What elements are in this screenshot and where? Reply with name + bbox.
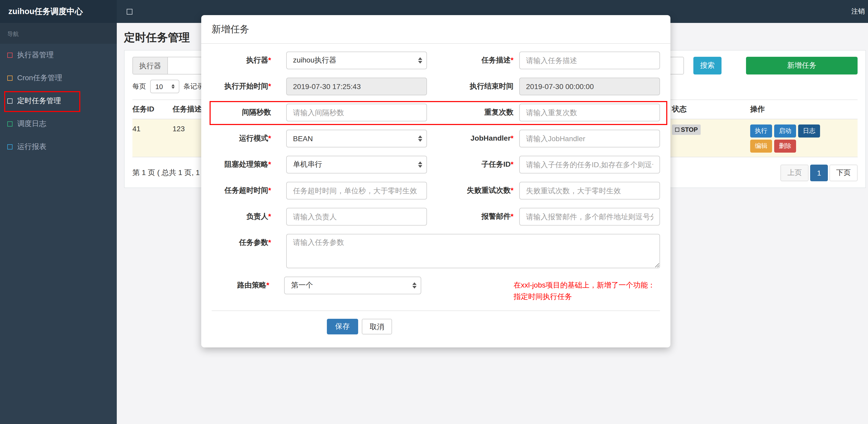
job-desc-input[interactable] <box>519 52 660 69</box>
job-param-textarea[interactable] <box>286 234 660 268</box>
action-buttons: 执行 启动 日志 编辑 删除 <box>750 125 828 153</box>
cell-actions: 执行 启动 日志 编辑 删除 <box>750 119 858 157</box>
current-page-button[interactable]: 1 <box>810 165 828 181</box>
route-strategy-select-value: 第一个 <box>291 281 313 290</box>
pagination-info: 第 1 页 ( 总共 1 页, 1 <box>132 168 200 177</box>
header-actions: 操作 <box>750 100 858 119</box>
sidebar-item-label: 执行器管理 <box>17 51 54 60</box>
job-handler-input[interactable] <box>519 130 660 148</box>
sidebar-item-schedule-log[interactable]: 调度日志 <box>0 112 117 135</box>
square-icon <box>7 98 12 104</box>
next-page-button[interactable]: 下页 <box>830 165 858 181</box>
repeat-input[interactable] <box>519 104 660 121</box>
header-task-id: 任务ID <box>132 100 173 119</box>
owner-input[interactable] <box>286 208 427 226</box>
executor-label: 执行器* <box>212 52 271 65</box>
modal-body: 执行器* zuihou执行器 任务描述* 执行开始时间* 执行结束时间 <box>201 44 671 348</box>
job-handler-label: JobHandler* <box>427 130 514 142</box>
edit-button[interactable]: 编辑 <box>750 140 772 153</box>
nav-section-label: 导航 <box>0 23 117 44</box>
select-arrows-icon <box>418 57 422 64</box>
timeout-label: 任务超时时间* <box>212 182 271 195</box>
cell-task-id: 41 <box>132 119 173 157</box>
route-strategy-select[interactable]: 第一个 <box>284 276 422 294</box>
logout-link[interactable]: 注销 <box>849 0 867 23</box>
delete-button[interactable]: 删除 <box>774 140 796 153</box>
executor-filter-label: 执行器 <box>132 57 168 74</box>
form-row-run-mode: 运行模式* BEAN JobHandler* <box>212 130 660 148</box>
job-param-label: 任务参数* <box>212 234 271 248</box>
alarm-email-label: 报警邮件* <box>427 208 514 221</box>
status-badge: STOP <box>672 125 701 135</box>
search-button[interactable]: 搜索 <box>693 57 721 74</box>
add-task-button[interactable]: 新增任务 <box>746 57 858 74</box>
retry-input[interactable] <box>519 182 660 199</box>
run-mode-select-value: BEAN <box>293 134 313 143</box>
sidebar-item-timed-task[interactable]: 定时任务管理 <box>0 90 117 112</box>
modal-title: 新增任务 <box>201 15 671 44</box>
timeout-input[interactable] <box>286 182 427 199</box>
modal-footer: 保存 取消 <box>212 311 660 348</box>
alarm-email-input[interactable] <box>519 208 660 226</box>
per-page-select[interactable]: 10 <box>150 80 179 93</box>
pagination-controls: 上页 1 下页 <box>779 165 858 181</box>
log-button[interactable]: 日志 <box>798 125 820 137</box>
form-row-timeout: 任务超时时间* 失败重试次数* <box>212 182 660 199</box>
per-page-suffix: 条记录 <box>184 82 204 91</box>
prev-page-button[interactable]: 上页 <box>780 165 809 181</box>
executor-select[interactable]: zuihou执行器 <box>286 52 427 69</box>
form-row-route-strategy: 路由策略* 第一个 在xxl-jobs项目的基础上，新增了一个功能： 指定时间执… <box>212 276 660 302</box>
form-row-job-param: 任务参数* <box>212 234 660 268</box>
form-row-executor: 执行器* zuihou执行器 任务描述* <box>212 52 660 69</box>
square-icon <box>7 53 12 58</box>
sidebar-item-label: Cron任务管理 <box>17 73 62 83</box>
end-time-input[interactable] <box>519 77 660 95</box>
stop-square-icon <box>675 128 679 132</box>
start-time-label: 执行开始时间* <box>212 77 271 91</box>
job-desc-label: 任务描述* <box>427 52 514 65</box>
interval-label: 间隔秒数 <box>212 104 271 117</box>
sidebar-item-run-report[interactable]: 运行报表 <box>0 135 117 158</box>
app: zuihou任务调度中心 注销 导航 执行器管理 Cron任务管理 定时任务管理… <box>0 0 868 424</box>
block-strategy-select-value: 单机串行 <box>293 160 322 169</box>
sidebar-item-cron-task[interactable]: Cron任务管理 <box>0 67 117 90</box>
select-arrows-icon <box>412 282 416 289</box>
cell-status: STOP <box>672 119 750 157</box>
sidebar-item-label: 定时任务管理 <box>17 96 61 106</box>
per-page-value: 10 <box>155 83 163 90</box>
route-strategy-label: 路由策略* <box>212 276 269 290</box>
run-button[interactable]: 执行 <box>750 125 772 137</box>
child-job-input[interactable] <box>519 156 660 173</box>
square-icon <box>7 144 12 150</box>
cancel-button[interactable]: 取消 <box>362 319 392 335</box>
feature-note-line2: 指定时间执行任务 <box>514 291 660 302</box>
sidebar-item-executor-manage[interactable]: 执行器管理 <box>0 44 117 67</box>
end-time-label: 执行结束时间 <box>427 77 514 91</box>
select-arrows-icon <box>418 135 422 142</box>
interval-input[interactable] <box>286 104 427 121</box>
header-status: 状态 <box>672 100 750 119</box>
run-mode-select[interactable]: BEAN <box>286 130 427 148</box>
save-button[interactable]: 保存 <box>327 319 358 335</box>
start-button[interactable]: 启动 <box>774 125 796 137</box>
brand-title: zuihou任务调度中心 <box>0 0 117 23</box>
block-strategy-select[interactable]: 单机串行 <box>286 156 427 173</box>
sidebar-item-label: 调度日志 <box>17 119 46 129</box>
sidebar: 导航 执行器管理 Cron任务管理 定时任务管理 调度日志 运行报表 <box>0 23 117 424</box>
sidebar-item-label: 运行报表 <box>17 142 46 152</box>
form-row-interval: 间隔秒数 重复次数 <box>212 104 660 121</box>
repeat-label: 重复次数 <box>427 104 514 117</box>
status-text: STOP <box>681 126 698 133</box>
start-time-input[interactable] <box>286 77 427 95</box>
feature-note: 在xxl-jobs项目的基础上，新增了一个功能： 指定时间执行任务 <box>514 276 660 302</box>
child-job-label: 子任务ID* <box>427 156 514 169</box>
sidebar-toggle-icon[interactable] <box>127 9 132 14</box>
block-strategy-label: 阻塞处理策略* <box>212 156 271 169</box>
add-task-modal: 新增任务 执行器* zuihou执行器 任务描述* 执行开始时间* <box>201 15 671 348</box>
per-page-prefix: 每页 <box>132 82 146 91</box>
square-icon <box>7 75 12 81</box>
select-arrows-icon <box>418 161 422 168</box>
executor-select-value: zuihou执行器 <box>293 56 337 65</box>
form-row-owner: 负责人* 报警邮件* <box>212 208 660 226</box>
form-row-block-strategy: 阻塞处理策略* 单机串行 子任务ID* <box>212 156 660 173</box>
